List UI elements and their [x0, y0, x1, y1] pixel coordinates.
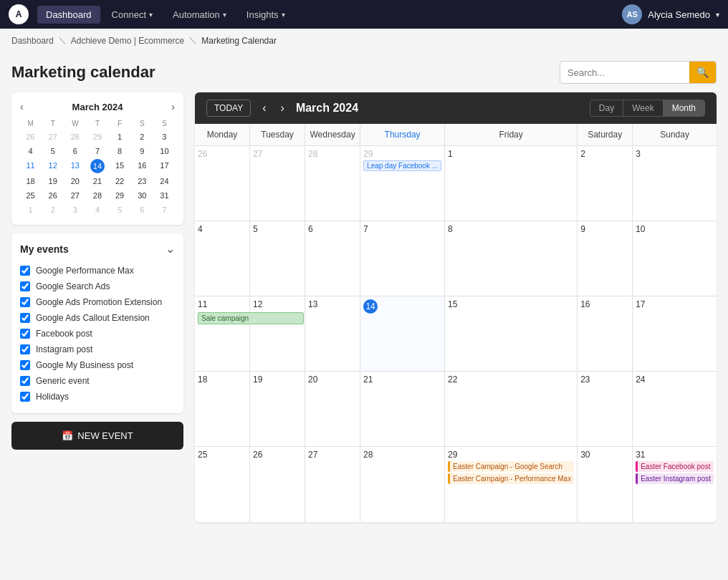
mini-cal-day[interactable]: 24 [154, 175, 175, 188]
cal-cell[interactable]: 1 [445, 146, 578, 221]
cal-cell[interactable]: 8 [445, 221, 578, 296]
cal-cell[interactable]: 29 Leap day Facebook ... [360, 146, 445, 221]
mini-cal-day[interactable]: 29 [87, 130, 107, 143]
event-checkbox-gsa[interactable] [20, 281, 30, 291]
mini-cal-next[interactable]: › [171, 101, 175, 112]
mini-cal-day[interactable]: 4 [87, 203, 107, 216]
event-checkbox-gpm[interactable] [20, 266, 30, 276]
my-events-toggle[interactable]: ⌄ [166, 242, 175, 256]
today-button[interactable]: TODAY [206, 100, 251, 117]
mini-cal-day[interactable]: 28 [87, 189, 107, 202]
mini-cal-day[interactable]: 22 [110, 175, 130, 188]
cal-cell[interactable]: 3 [633, 146, 717, 221]
mini-cal-day[interactable]: 17 [154, 159, 175, 173]
event-checkbox-gmb[interactable] [20, 360, 30, 370]
cal-cell[interactable]: 25 [195, 447, 250, 522]
mini-cal-day[interactable]: 23 [132, 175, 153, 188]
cal-cell[interactable]: 12 [250, 296, 305, 372]
event-checkbox-ig[interactable] [20, 344, 30, 354]
cal-cell[interactable]: 13 [305, 296, 360, 372]
mini-cal-day[interactable]: 18 [20, 175, 41, 188]
mini-cal-today[interactable]: 14 [90, 159, 105, 173]
event-checkbox-ge[interactable] [20, 376, 30, 386]
cal-event-easter-search[interactable]: Easter Campaign - Google Search [448, 461, 574, 472]
mini-cal-day[interactable]: 20 [64, 175, 85, 188]
cal-cell-today[interactable]: 14 [360, 296, 445, 372]
cal-cell[interactable]: 11 Sale campaign [195, 296, 250, 372]
mini-cal-day[interactable]: 1 [110, 130, 130, 143]
mini-cal-day[interactable]: 25 [20, 189, 41, 202]
cal-cell[interactable]: 26 [195, 146, 250, 221]
mini-cal-day[interactable]: 7 [87, 145, 107, 158]
breadcrumb-demo[interactable]: Adchieve Demo | Ecommerce [71, 36, 185, 46]
cal-next-button[interactable]: › [278, 100, 287, 116]
mini-cal-day[interactable]: 3 [64, 203, 85, 216]
event-checkbox-gace[interactable] [20, 313, 30, 323]
mini-cal-day[interactable]: 11 [20, 159, 41, 173]
event-checkbox-hol[interactable] [20, 392, 30, 402]
cal-cell[interactable]: 28 [305, 146, 360, 221]
cal-cell[interactable]: 4 [195, 221, 250, 296]
cal-prev-button[interactable]: ‹ [259, 100, 269, 116]
nav-item-connect[interactable]: Connect ▾ [103, 6, 161, 24]
cal-cell[interactable]: 10 [633, 221, 717, 296]
cal-event-easter-ig[interactable]: Easter Instagram post [636, 473, 714, 484]
mini-cal-day[interactable]: 27 [42, 130, 63, 143]
mini-cal-day[interactable]: 29 [110, 189, 130, 202]
cal-cell-mar29[interactable]: 29 Easter Campaign - Google Search Easte… [445, 447, 578, 522]
nav-item-automation[interactable]: Automation ▾ [164, 6, 235, 24]
new-event-button[interactable]: 📅 NEW EVENT [11, 422, 183, 450]
cal-cell[interactable]: 22 [445, 372, 578, 447]
mini-cal-day[interactable]: 27 [64, 189, 85, 202]
mini-cal-day[interactable]: 6 [64, 145, 85, 158]
mini-cal-day[interactable]: 26 [20, 130, 41, 143]
cal-cell-mar31[interactable]: 31 Easter Facebook post Easter Instagram… [633, 447, 717, 522]
mini-cal-day[interactable]: 4 [20, 145, 41, 158]
cal-event-easter-fb[interactable]: Easter Facebook post [636, 461, 714, 472]
cal-cell[interactable]: 24 [633, 372, 717, 447]
cal-event-leap-day[interactable]: Leap day Facebook ... [363, 160, 441, 171]
cal-cell[interactable]: 26 [250, 447, 305, 522]
cal-cell[interactable]: 9 [578, 221, 633, 296]
cal-cell[interactable]: 27 [250, 146, 305, 221]
mini-cal-day[interactable]: 21 [87, 175, 107, 188]
view-day-button[interactable]: Day [590, 100, 623, 116]
cal-cell[interactable]: 5 [250, 221, 305, 296]
breadcrumb-dashboard[interactable]: Dashboard [11, 36, 54, 46]
cal-cell[interactable]: 20 [305, 372, 360, 447]
cal-cell[interactable]: 27 [305, 447, 360, 522]
cal-cell[interactable]: 19 [250, 372, 305, 447]
mini-cal-day[interactable]: 6 [132, 203, 153, 216]
cal-cell[interactable]: 6 [305, 221, 360, 296]
mini-cal-day[interactable]: 26 [42, 189, 63, 202]
cal-event-sale-campaign[interactable]: Sale campaign [198, 312, 304, 324]
view-month-button[interactable]: Month [664, 100, 704, 116]
user-menu[interactable]: AS Alycia Semedo ▾ [622, 4, 719, 24]
mini-cal-day[interactable]: 28 [64, 130, 85, 143]
mini-cal-day[interactable]: 5 [110, 203, 130, 216]
cal-cell-mar30[interactable]: 30 [578, 447, 633, 522]
nav-item-insights[interactable]: Insights ▾ [238, 6, 294, 24]
cal-cell[interactable]: 28 [360, 447, 445, 522]
mini-cal-day[interactable]: 10 [154, 145, 175, 158]
mini-cal-day[interactable]: 19 [42, 175, 63, 188]
mini-cal-day[interactable]: 30 [132, 189, 153, 202]
mini-cal-day[interactable]: 13 [64, 159, 85, 173]
event-checkbox-gape[interactable] [20, 297, 30, 307]
mini-cal-day[interactable]: 16 [132, 159, 153, 173]
event-checkbox-fb[interactable] [20, 329, 30, 339]
cal-cell[interactable]: 16 [578, 296, 633, 372]
cal-cell[interactable]: 18 [195, 372, 250, 447]
mini-cal-day[interactable]: 3 [154, 130, 175, 143]
cal-cell[interactable]: 7 [360, 221, 445, 296]
mini-cal-day[interactable]: 8 [110, 145, 130, 158]
search-button[interactable]: 🔍 [689, 62, 716, 83]
search-input[interactable] [560, 63, 689, 82]
cal-cell[interactable]: 23 [578, 372, 633, 447]
cal-cell[interactable]: 2 [578, 146, 633, 221]
cal-cell[interactable]: 15 [445, 296, 578, 372]
cal-cell[interactable]: 17 [633, 296, 717, 372]
nav-item-dashboard[interactable]: Dashboard [37, 6, 100, 24]
mini-cal-day[interactable]: 2 [132, 130, 153, 143]
mini-cal-day[interactable]: 12 [42, 159, 63, 173]
